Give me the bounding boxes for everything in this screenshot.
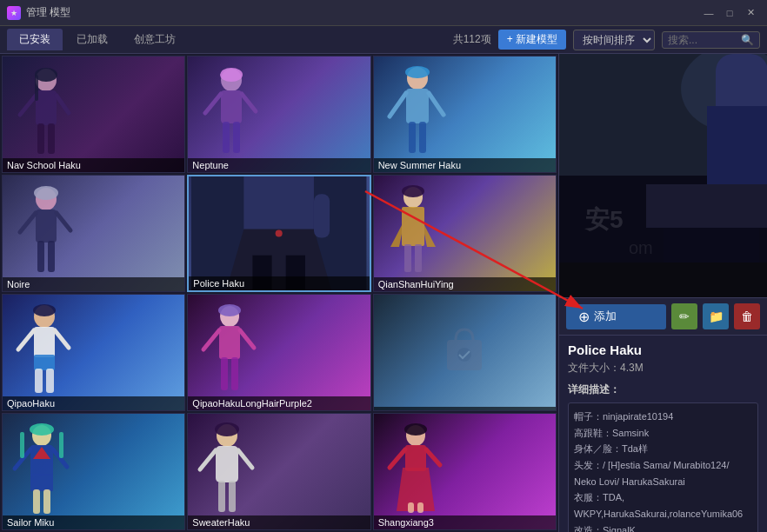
svg-rect-72 [216,446,238,482]
model-item[interactable]: QianShanHuiYing [373,175,557,292]
svg-point-14 [220,68,243,82]
svg-line-45 [18,330,34,349]
tab-loaded[interactable]: 已加载 [64,29,120,50]
file-size: 文件大小：4.3M [568,361,758,376]
model-label: Neptune [188,158,370,172]
svg-line-18 [429,93,444,115]
svg-point-85 [404,423,427,436]
svg-line-73 [200,450,216,469]
model-label: QipaoHaku [3,396,184,410]
svg-rect-65 [30,474,53,491]
svg-marker-115 [646,184,767,228]
model-label: Police Haku [189,276,369,290]
svg-rect-69 [20,432,24,458]
svg-point-77 [215,422,239,436]
model-item[interactable]: New Summer Haku [373,56,557,173]
svg-text:安5: 安5 [584,205,624,233]
model-item[interactable] [373,294,557,411]
svg-rect-34 [314,194,330,237]
add-label: 添加 [594,309,617,324]
svg-point-35 [276,229,283,236]
model-item[interactable]: Nav School Haku [2,56,185,173]
search-icon: 🔍 [741,34,754,46]
svg-rect-83 [408,502,414,513]
svg-marker-38 [390,225,402,247]
svg-marker-39 [424,225,436,247]
svg-rect-67 [43,489,50,514]
svg-rect-37 [402,207,424,246]
model-item[interactable]: QipaoHakuLongHairPurple2 [187,294,370,411]
svg-line-81 [390,449,405,468]
minimize-button[interactable]: — [699,3,718,23]
search-input[interactable] [668,34,737,46]
tab-bar-right: 共112项 + 新建模型 按时间排序 🔍 [453,30,760,50]
svg-rect-19 [409,122,416,153]
police-haku-item[interactable]: Police Haku [187,175,370,292]
detail-content: 帽子：ninjapirate10194 高跟鞋：Samsink 身体／脸：Tda… [568,402,758,532]
tab-workshop[interactable]: 创意工坊 [122,29,188,50]
svg-rect-49 [46,369,54,393]
delete-button[interactable]: 🗑 [734,303,760,329]
svg-rect-13 [233,122,240,153]
svg-rect-55 [221,357,228,390]
svg-rect-41 [415,244,422,272]
info-section: Police Haku 文件大小：4.3M 详细描述： 帽子：ninjapira… [559,336,767,532]
model-label: Sailor Miku [3,515,184,529]
svg-point-57 [218,304,241,316]
model-item[interactable]: SweaterHaku [187,413,370,530]
svg-rect-20 [419,122,426,153]
svg-line-24 [20,213,36,232]
svg-rect-16 [406,89,429,123]
svg-point-42 [402,185,424,197]
svg-point-50 [33,304,56,316]
model-item[interactable]: QipaoHaku [2,294,185,411]
svg-line-3 [57,96,69,113]
model-item[interactable]: Neptune [187,56,370,173]
new-model-button[interactable]: + 新建模型 [498,30,566,50]
model-label: Nav School Haku [3,158,184,172]
close-button[interactable]: ✕ [741,3,760,23]
svg-point-21 [405,66,430,78]
search-box: 🔍 [662,31,760,49]
svg-rect-40 [404,244,411,272]
preview-image: 安5 om [559,54,767,297]
add-plus-icon: ⊕ [578,309,590,325]
item-count: 共112项 [453,32,491,47]
window-controls: — □ ✕ [699,3,760,23]
model-item[interactable]: Sailor Miku [2,413,185,530]
edit-button[interactable]: ✏ [671,303,697,329]
add-button[interactable]: ⊕ 添加 [566,304,666,329]
model-label: QianShanHuiYing [374,277,556,291]
svg-rect-48 [35,369,43,393]
model-label: SweaterHaku [188,515,370,529]
svg-line-11 [242,94,256,111]
model-label: QipaoHakuLongHairPurple2 [188,396,370,410]
title-bar: ★ 管理 模型 — □ ✕ [0,0,767,26]
svg-point-28 [34,186,58,200]
edit-icon: ✏ [679,309,690,323]
model-label: Shangxiang3 [374,515,556,529]
svg-rect-4 [37,123,44,154]
svg-text:om: om [629,238,653,257]
svg-rect-26 [37,241,44,272]
title-bar-left: ★ 管理 模型 [7,5,70,20]
svg-line-82 [426,449,440,465]
svg-marker-80 [397,468,435,511]
folder-button[interactable]: 📁 [703,303,729,329]
svg-line-25 [57,213,70,230]
right-panel: 安5 om ⊕ 添加 ✏ 📁 🗑 Police Haku 文件大小：4. [558,54,767,532]
svg-rect-70 [59,432,63,458]
app-icon: ★ [7,6,21,20]
svg-rect-12 [223,122,230,153]
sort-dropdown[interactable]: 按时间排序 [573,30,655,50]
svg-rect-79 [405,445,426,471]
tab-installed[interactable]: 已安装 [7,29,63,50]
svg-rect-9 [221,90,242,123]
model-item[interactable]: Shangxiang3 [373,413,557,530]
maximize-button[interactable]: □ [720,3,739,23]
grid-area[interactable]: Nav School Haku Neptune [0,54,558,532]
svg-rect-23 [36,209,57,243]
svg-rect-5 [48,123,55,154]
folder-icon: 📁 [709,309,724,323]
model-item[interactable]: Noire [2,175,185,292]
